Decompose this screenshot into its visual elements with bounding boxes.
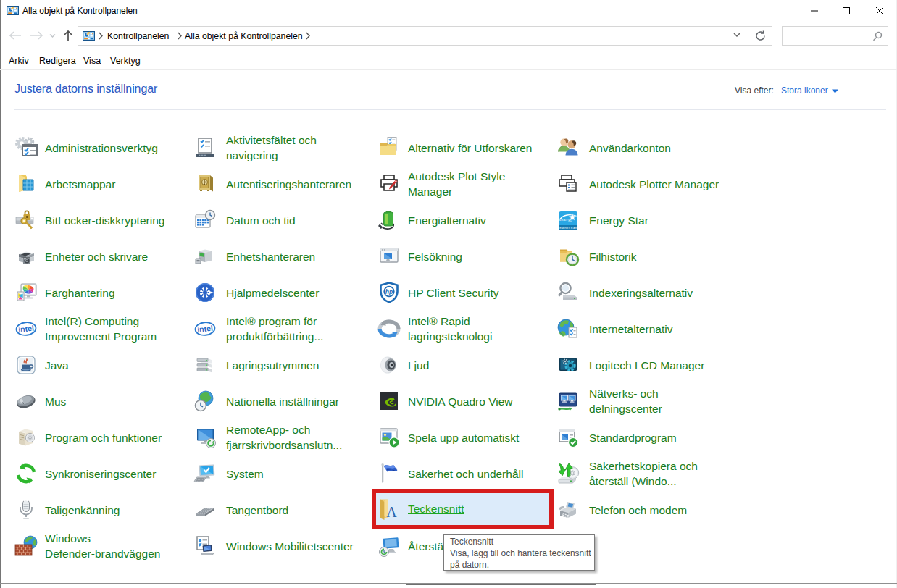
svg-text:intel: intel <box>197 324 214 334</box>
svg-text:hp: hp <box>385 288 393 295</box>
svg-text:intel: intel <box>18 324 35 334</box>
svg-text:A: A <box>386 504 397 520</box>
svg-text:ENERGY STAR: ENERGY STAR <box>559 227 577 230</box>
